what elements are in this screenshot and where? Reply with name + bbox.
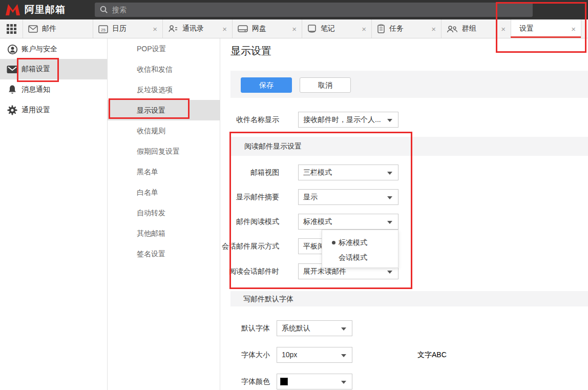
tab-bar: 邮件 25 日历 × 通讯录 × 网盘 × 笔 xyxy=(0,19,588,38)
tab-label: 邮件 xyxy=(42,24,56,33)
search-icon xyxy=(100,6,108,14)
tab-calendar[interactable]: 25 日历 × xyxy=(93,19,163,38)
mailbox-view-label: 邮箱视图 xyxy=(195,165,279,180)
recipient-display-label: 收件名称显示 xyxy=(195,112,279,128)
reading-mode-select[interactable]: 标准模式 xyxy=(298,214,398,230)
clipboard-icon xyxy=(377,24,385,33)
select-value: 系统默认 xyxy=(282,324,310,332)
close-icon[interactable]: × xyxy=(501,25,506,33)
alimail-logo: 阿里邮箱 xyxy=(5,3,66,16)
envelope-icon xyxy=(28,25,38,33)
close-icon[interactable]: × xyxy=(292,25,297,33)
logo-text: 阿里邮箱 xyxy=(25,3,66,16)
sidebar-item-general-settings[interactable]: 通用设置 xyxy=(0,100,108,120)
conversation-display-label: 会话邮件展示方式 xyxy=(195,238,279,254)
dropdown-option-standard-mode[interactable]: 标准模式 xyxy=(322,235,398,250)
close-icon[interactable]: × xyxy=(362,25,366,33)
account-icon xyxy=(7,44,18,55)
calendar-icon: 25 xyxy=(98,25,108,33)
tab-notes[interactable]: 笔记 × xyxy=(302,19,372,38)
chevron-down-icon xyxy=(387,119,392,122)
selected-radio-icon xyxy=(332,241,335,244)
tab-label: 通讯录 xyxy=(182,24,204,33)
mail-summary-select[interactable]: 显示 xyxy=(298,189,398,205)
group-icon xyxy=(447,25,458,33)
top-bar: 阿里邮箱 xyxy=(0,0,588,19)
cancel-button[interactable]: 取消 xyxy=(300,77,351,93)
close-icon[interactable]: × xyxy=(153,25,157,33)
default-font-select[interactable]: 系统默认 xyxy=(277,320,352,336)
search-box[interactable] xyxy=(95,3,533,17)
select-value: 显示 xyxy=(303,193,318,201)
reading-mode-label: 邮件阅读模式 xyxy=(195,214,279,230)
reading-conversation-label: 阅读会话邮件时 xyxy=(195,263,279,279)
select-value: 接收邮件时，显示个人... xyxy=(303,115,381,124)
select-value: 10px xyxy=(282,351,297,359)
reading-section-header: 阅读邮件显示设置 xyxy=(230,137,588,156)
chevron-down-icon xyxy=(387,271,392,274)
font-preview-text: 文字ABC xyxy=(417,347,447,363)
subsidebar-item-antispam[interactable]: 反垃圾选项 xyxy=(108,79,220,100)
chevron-down-icon xyxy=(387,196,392,199)
tab-label: 设置 xyxy=(519,24,534,33)
subsidebar-item-send-receive[interactable]: 收信和发信 xyxy=(108,59,220,79)
sidebar-item-label: 账户与安全 xyxy=(22,45,57,54)
color-swatch xyxy=(280,378,288,385)
recipient-display-select[interactable]: 接收邮件时，显示个人... xyxy=(298,112,398,128)
chevron-down-icon xyxy=(341,327,346,331)
chevron-down-icon xyxy=(341,354,346,357)
tab-settings[interactable]: 设置 × xyxy=(511,19,581,38)
tab-tasks[interactable]: 任务 × xyxy=(372,19,442,38)
sidebar-item-mail-settings[interactable]: 邮箱设置 xyxy=(0,59,108,79)
reading-mode-dropdown: 标准模式 会话模式 xyxy=(322,230,398,268)
page-title: 显示设置 xyxy=(230,44,271,58)
bell-icon xyxy=(7,85,18,95)
subsidebar-item-pop[interactable]: POP设置 xyxy=(108,38,220,59)
logo-m-icon xyxy=(5,4,20,16)
tab-mail[interactable]: 邮件 xyxy=(23,19,93,38)
dropdown-option-conversation-mode[interactable]: 会话模式 xyxy=(322,250,398,265)
select-value: 标准模式 xyxy=(303,217,332,225)
drive-icon xyxy=(238,25,248,33)
font-size-label: 字体大小 xyxy=(195,347,270,363)
option-label: 标准模式 xyxy=(339,238,367,247)
sidebar-item-label: 消息通知 xyxy=(22,85,50,94)
tab-label: 任务 xyxy=(389,24,404,33)
settings-sidebar: 账户与安全 邮箱设置 消息通知 xyxy=(0,38,108,390)
app-launcher-button[interactable] xyxy=(0,19,23,38)
tab-contacts[interactable]: 通讯录 × xyxy=(163,19,233,38)
close-icon[interactable]: × xyxy=(571,25,576,33)
chevron-down-icon xyxy=(387,172,392,175)
mailbox-view-select[interactable]: 三栏模式 xyxy=(298,165,398,180)
subsidebar-item-vacation-reply[interactable]: 假期回复设置 xyxy=(108,141,220,161)
app-window: 阿里邮箱 邮件 25 日历 × xyxy=(0,0,588,390)
tab-drive[interactable]: 网盘 × xyxy=(233,19,302,38)
tab-label: 日历 xyxy=(112,24,127,33)
close-icon[interactable]: × xyxy=(431,25,436,33)
tab-label: 网盘 xyxy=(252,24,266,33)
grid-icon xyxy=(7,24,16,34)
notebook-icon xyxy=(307,25,317,33)
font-color-select[interactable] xyxy=(277,374,352,389)
search-input[interactable] xyxy=(112,6,528,14)
chevron-down-icon xyxy=(341,381,346,384)
chevron-down-icon xyxy=(387,221,392,224)
compose-font-section-header: 写邮件默认字体 xyxy=(230,291,588,306)
option-label: 会话模式 xyxy=(339,253,367,261)
mail-summary-label: 显示邮件摘要 xyxy=(195,189,279,205)
font-color-label: 字体颜色 xyxy=(195,374,270,389)
select-value: 展开未读邮件 xyxy=(303,267,346,275)
sidebar-item-label: 邮箱设置 xyxy=(22,65,50,74)
sidebar-item-notifications[interactable]: 消息通知 xyxy=(0,79,108,100)
tab-label: 笔记 xyxy=(321,24,335,33)
sidebar-item-label: 通用设置 xyxy=(22,106,50,115)
tab-label: 群组 xyxy=(462,24,476,33)
select-value: 三栏模式 xyxy=(303,168,332,176)
font-size-select[interactable]: 10px xyxy=(277,347,352,363)
contacts-icon xyxy=(168,25,178,33)
svg-text:25: 25 xyxy=(101,27,106,32)
sidebar-item-account-security[interactable]: 账户与安全 xyxy=(0,39,108,59)
close-icon[interactable]: × xyxy=(222,25,227,33)
tab-groups[interactable]: 群组 × xyxy=(442,19,511,38)
save-button[interactable]: 保存 xyxy=(241,77,292,93)
